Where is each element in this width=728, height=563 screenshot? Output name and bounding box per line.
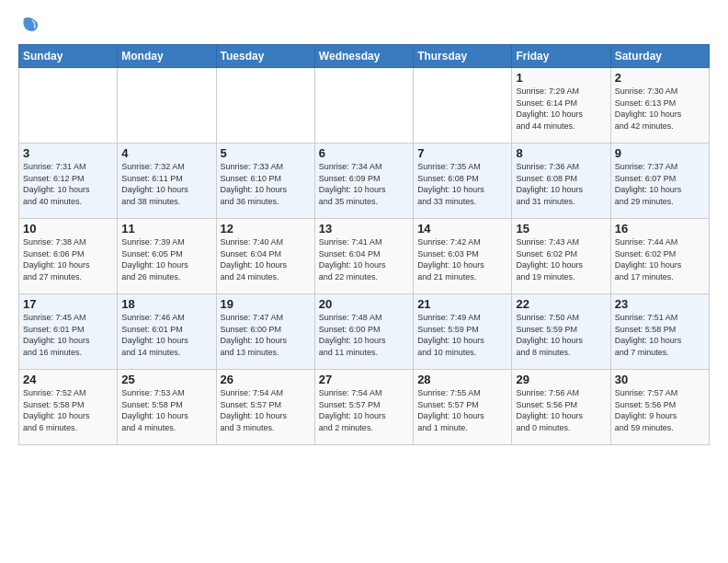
day-info: Sunrise: 7:38 AM Sunset: 6:06 PM Dayligh… [23, 236, 113, 282]
calendar-day-cell: 1Sunrise: 7:29 AM Sunset: 6:14 PM Daylig… [512, 68, 610, 144]
calendar-week-row: 10Sunrise: 7:38 AM Sunset: 6:06 PM Dayli… [19, 219, 710, 294]
page-container: SundayMondayTuesdayWednesdayThursdayFrid… [0, 0, 728, 454]
calendar-day-cell: 21Sunrise: 7:49 AM Sunset: 5:59 PM Dayli… [414, 294, 512, 370]
day-number: 21 [417, 297, 507, 311]
calendar-week-row: 24Sunrise: 7:52 AM Sunset: 5:58 PM Dayli… [19, 370, 710, 445]
day-number: 20 [319, 297, 409, 311]
day-info: Sunrise: 7:32 AM Sunset: 6:11 PM Dayligh… [121, 161, 211, 207]
day-number: 13 [319, 222, 409, 236]
day-info: Sunrise: 7:40 AM Sunset: 6:04 PM Dayligh… [221, 236, 311, 282]
calendar-table: SundayMondayTuesdayWednesdayThursdayFrid… [18, 44, 710, 445]
day-info: Sunrise: 7:41 AM Sunset: 6:04 PM Dayligh… [319, 236, 409, 282]
day-number: 14 [417, 222, 507, 236]
day-info: Sunrise: 7:51 AM Sunset: 5:58 PM Dayligh… [615, 312, 705, 358]
calendar-day-cell [118, 68, 216, 144]
calendar-day-cell [216, 68, 314, 144]
day-number: 11 [121, 222, 211, 236]
day-info: Sunrise: 7:47 AM Sunset: 6:00 PM Dayligh… [221, 312, 311, 358]
calendar-week-row: 17Sunrise: 7:45 AM Sunset: 6:01 PM Dayli… [19, 294, 710, 370]
calendar-day-cell: 20Sunrise: 7:48 AM Sunset: 6:00 PM Dayli… [314, 294, 413, 370]
day-info: Sunrise: 7:36 AM Sunset: 6:08 PM Dayligh… [516, 161, 606, 207]
calendar-day-cell: 22Sunrise: 7:50 AM Sunset: 5:59 PM Dayli… [512, 294, 610, 370]
calendar-day-cell: 15Sunrise: 7:43 AM Sunset: 6:02 PM Dayli… [512, 219, 610, 294]
day-number: 23 [615, 297, 705, 311]
day-number: 26 [221, 373, 311, 386]
calendar-day-cell: 6Sunrise: 7:34 AM Sunset: 6:09 PM Daylig… [314, 144, 413, 219]
day-info: Sunrise: 7:56 AM Sunset: 5:56 PM Dayligh… [516, 387, 606, 433]
day-info: Sunrise: 7:44 AM Sunset: 6:02 PM Dayligh… [615, 236, 705, 282]
day-number: 1 [516, 71, 606, 85]
day-number: 30 [615, 373, 705, 386]
day-info: Sunrise: 7:37 AM Sunset: 6:07 PM Dayligh… [615, 161, 705, 207]
day-info: Sunrise: 7:35 AM Sunset: 6:08 PM Dayligh… [417, 161, 507, 207]
day-number: 10 [23, 222, 113, 236]
weekday-header-tuesday: Tuesday [216, 45, 314, 68]
calendar-day-cell: 28Sunrise: 7:55 AM Sunset: 5:57 PM Dayli… [414, 370, 512, 445]
day-info: Sunrise: 7:54 AM Sunset: 5:57 PM Dayligh… [319, 387, 409, 433]
weekday-header-row: SundayMondayTuesdayWednesdayThursdayFrid… [19, 45, 710, 68]
calendar-day-cell: 24Sunrise: 7:52 AM Sunset: 5:58 PM Dayli… [19, 370, 118, 445]
calendar-day-cell: 3Sunrise: 7:31 AM Sunset: 6:12 PM Daylig… [19, 144, 118, 219]
day-number: 28 [417, 373, 507, 386]
day-info: Sunrise: 7:29 AM Sunset: 6:14 PM Dayligh… [516, 86, 606, 132]
calendar-day-cell: 8Sunrise: 7:36 AM Sunset: 6:08 PM Daylig… [512, 144, 610, 219]
day-info: Sunrise: 7:46 AM Sunset: 6:01 PM Dayligh… [121, 312, 211, 358]
calendar-day-cell: 19Sunrise: 7:47 AM Sunset: 6:00 PM Dayli… [216, 294, 314, 370]
calendar-day-cell: 11Sunrise: 7:39 AM Sunset: 6:05 PM Dayli… [118, 219, 216, 294]
page-header [18, 15, 710, 35]
calendar-day-cell: 30Sunrise: 7:57 AM Sunset: 5:56 PM Dayli… [610, 370, 709, 445]
day-number: 24 [23, 373, 113, 386]
day-number: 22 [516, 297, 606, 311]
day-info: Sunrise: 7:48 AM Sunset: 6:00 PM Dayligh… [319, 312, 409, 358]
calendar-day-cell: 4Sunrise: 7:32 AM Sunset: 6:11 PM Daylig… [118, 144, 216, 219]
calendar-day-cell [414, 68, 512, 144]
weekday-header-friday: Friday [512, 45, 610, 68]
day-number: 6 [319, 146, 409, 160]
day-number: 15 [516, 222, 606, 236]
calendar-day-cell [314, 68, 413, 144]
weekday-header-thursday: Thursday [414, 45, 512, 68]
weekday-header-sunday: Sunday [19, 45, 118, 68]
day-number: 9 [615, 146, 705, 160]
day-info: Sunrise: 7:53 AM Sunset: 5:58 PM Dayligh… [121, 387, 211, 433]
calendar-day-cell: 17Sunrise: 7:45 AM Sunset: 6:01 PM Dayli… [19, 294, 118, 370]
calendar-day-cell: 13Sunrise: 7:41 AM Sunset: 6:04 PM Dayli… [314, 219, 413, 294]
calendar-day-cell: 12Sunrise: 7:40 AM Sunset: 6:04 PM Dayli… [216, 219, 314, 294]
day-number: 4 [121, 146, 211, 160]
day-number: 12 [221, 222, 311, 236]
day-number: 16 [615, 222, 705, 236]
day-number: 19 [221, 297, 311, 311]
calendar-day-cell: 5Sunrise: 7:33 AM Sunset: 6:10 PM Daylig… [216, 144, 314, 219]
day-info: Sunrise: 7:52 AM Sunset: 5:58 PM Dayligh… [23, 387, 113, 433]
day-info: Sunrise: 7:31 AM Sunset: 6:12 PM Dayligh… [23, 161, 113, 207]
day-number: 17 [23, 297, 113, 311]
calendar-day-cell: 27Sunrise: 7:54 AM Sunset: 5:57 PM Dayli… [314, 370, 413, 445]
day-number: 27 [319, 373, 409, 386]
calendar-day-cell [19, 68, 118, 144]
day-number: 8 [516, 146, 606, 160]
day-info: Sunrise: 7:30 AM Sunset: 6:13 PM Dayligh… [615, 86, 705, 132]
day-info: Sunrise: 7:33 AM Sunset: 6:10 PM Dayligh… [221, 161, 311, 207]
calendar-day-cell: 23Sunrise: 7:51 AM Sunset: 5:58 PM Dayli… [610, 294, 709, 370]
day-number: 3 [23, 146, 113, 160]
day-info: Sunrise: 7:34 AM Sunset: 6:09 PM Dayligh… [319, 161, 409, 207]
calendar-week-row: 1Sunrise: 7:29 AM Sunset: 6:14 PM Daylig… [19, 68, 710, 144]
calendar-day-cell: 2Sunrise: 7:30 AM Sunset: 6:13 PM Daylig… [610, 68, 709, 144]
calendar-day-cell: 14Sunrise: 7:42 AM Sunset: 6:03 PM Dayli… [414, 219, 512, 294]
calendar-day-cell: 18Sunrise: 7:46 AM Sunset: 6:01 PM Dayli… [118, 294, 216, 370]
day-info: Sunrise: 7:42 AM Sunset: 6:03 PM Dayligh… [417, 236, 507, 282]
day-info: Sunrise: 7:55 AM Sunset: 5:57 PM Dayligh… [417, 387, 507, 433]
weekday-header-wednesday: Wednesday [314, 45, 413, 68]
day-info: Sunrise: 7:50 AM Sunset: 5:59 PM Dayligh… [516, 312, 606, 358]
calendar-day-cell: 16Sunrise: 7:44 AM Sunset: 6:02 PM Dayli… [610, 219, 709, 294]
weekday-header-monday: Monday [118, 45, 216, 68]
day-number: 25 [121, 373, 211, 386]
calendar-day-cell: 26Sunrise: 7:54 AM Sunset: 5:57 PM Dayli… [216, 370, 314, 445]
day-number: 7 [417, 146, 507, 160]
logo-icon [18, 15, 39, 35]
logo [18, 15, 42, 35]
calendar-day-cell: 29Sunrise: 7:56 AM Sunset: 5:56 PM Dayli… [512, 370, 610, 445]
day-number: 5 [221, 146, 311, 160]
calendar-day-cell: 25Sunrise: 7:53 AM Sunset: 5:58 PM Dayli… [118, 370, 216, 445]
day-number: 18 [121, 297, 211, 311]
